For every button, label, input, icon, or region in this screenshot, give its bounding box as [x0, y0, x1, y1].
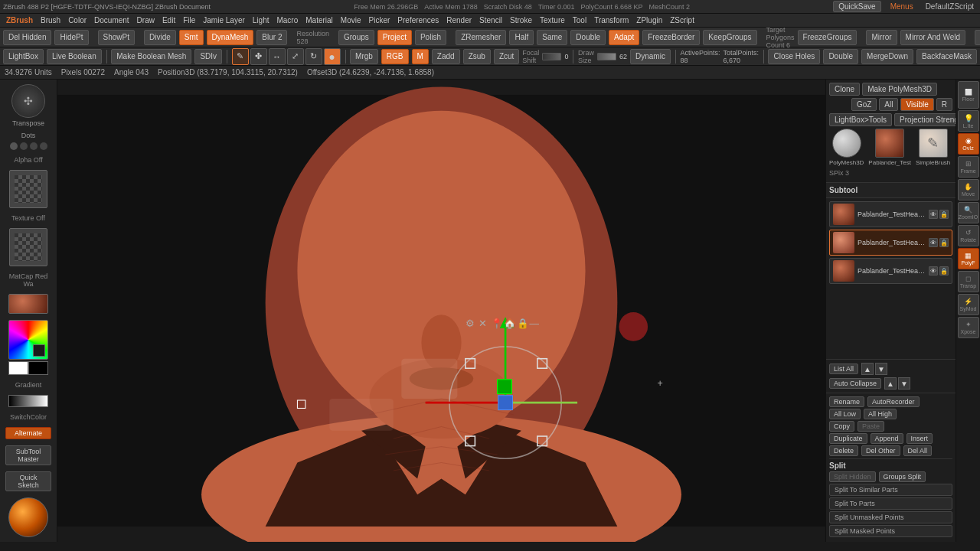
close-holes-btn[interactable]: Close Holes	[768, 49, 820, 64]
sdiv-btn[interactable]: SDIv	[194, 49, 222, 64]
eye-icon-2[interactable]: 👁	[929, 238, 938, 247]
subtool-item-3[interactable]: Pablander_TestHeadModel1 👁 🔒	[829, 258, 952, 284]
menu-edit[interactable]: Edit	[159, 16, 178, 24]
menu-item-defaultzscript[interactable]: DefaultZScript	[923, 2, 977, 11]
polyf-btn[interactable]: ▦ PolyF	[958, 248, 979, 269]
transp-btn[interactable]: ◻ Transp	[958, 271, 979, 292]
pablander-preview[interactable]: Pablander_Test	[868, 129, 911, 166]
double-btn[interactable]: Double	[570, 30, 606, 45]
menu-file[interactable]: File	[180, 16, 198, 24]
split-parts-btn[interactable]: Split To Parts	[829, 497, 952, 510]
symod-btn[interactable]: ⚡ SyMod	[958, 294, 979, 315]
lite-btn[interactable]: 💡 L.Ite	[958, 110, 979, 132]
edit-icon[interactable]: ✎	[232, 48, 249, 65]
simple-brush-preview[interactable]: ✎ SimpleBrush	[916, 129, 950, 166]
black-swatch[interactable]	[28, 361, 48, 375]
groups-split-btn[interactable]: Groups Split	[879, 471, 926, 482]
menu-material[interactable]: Material	[302, 16, 336, 24]
dynamic-btn[interactable]: Dynamic	[630, 49, 671, 64]
white-swatch[interactable]	[8, 361, 28, 375]
divide-btn[interactable]: Divide	[144, 30, 176, 45]
lightbox-tools-btn[interactable]: LightBox>Tools	[829, 113, 892, 126]
live-boolean-btn[interactable]: Live Boolean	[47, 49, 102, 64]
subtool-item-1[interactable]: Pablander_TestHeadModel 👁 🔒	[829, 201, 952, 227]
duplicate-btn[interactable]: Duplicate	[829, 433, 867, 444]
alternate-btn[interactable]: Alternate	[5, 427, 51, 439]
zsub-btn[interactable]: Zsub	[463, 49, 491, 64]
lightbox-btn[interactable]: LightBox	[3, 49, 44, 64]
keep-groups-btn[interactable]: KeepGroups	[703, 30, 756, 45]
freeze-groups-btn[interactable]: FreezeGroups	[798, 30, 858, 45]
eye-icon-3[interactable]: 👁	[929, 266, 938, 276]
draw-size-slider[interactable]	[597, 53, 616, 60]
mrgb-btn[interactable]: Mrgb	[350, 49, 378, 64]
smt-btn[interactable]: Smt	[179, 30, 204, 45]
list-dn-btn[interactable]: ▼	[875, 363, 887, 375]
merge-down-btn[interactable]: MergeDown	[861, 49, 913, 64]
split-unmasked-btn[interactable]: Split Unmasked Points	[829, 511, 952, 523]
menu-render[interactable]: Render	[443, 16, 475, 24]
lock-icon-3[interactable]: 🔒	[939, 266, 949, 276]
zoomio-btn[interactable]: 🔍 ZoomIO	[958, 202, 979, 223]
visible-btn[interactable]: Visible	[900, 98, 933, 111]
blur-btn[interactable]: Blur 2	[256, 30, 287, 45]
mirror-btn[interactable]: Mirror	[866, 30, 897, 45]
texture-preview[interactable]	[9, 228, 47, 266]
split-masked-btn[interactable]: Split Masked Points	[829, 525, 952, 537]
m-btn[interactable]: M	[412, 49, 429, 64]
menu-document[interactable]: Document	[91, 16, 132, 24]
paste-btn[interactable]: Paste	[858, 421, 884, 432]
move-view-btn[interactable]: ✋ Move	[958, 179, 979, 201]
menu-macro[interactable]: Macro	[273, 16, 301, 24]
backface-mask-btn[interactable]: BackfaceMask	[916, 49, 977, 64]
lock-icon-1[interactable]: 🔒	[939, 210, 949, 219]
del-all-btn[interactable]: Del All	[903, 445, 933, 456]
clone-btn[interactable]: Clone	[829, 83, 860, 96]
auto-recorder-btn[interactable]: AutoRecorder	[867, 396, 920, 407]
hide-pt-btn[interactable]: HidePt	[54, 30, 88, 45]
polymesh-preview[interactable]: PolyMesh3D	[829, 129, 864, 166]
menu-light[interactable]: Light	[250, 16, 273, 24]
menu-movie[interactable]: Movie	[338, 16, 364, 24]
menu-stencil[interactable]: Stencil	[476, 16, 505, 24]
auto-groups-btn[interactable]: Auto Groups	[975, 30, 980, 45]
r-btn[interactable]: R	[936, 98, 952, 111]
draw-icon[interactable]: ✤	[250, 48, 267, 65]
xpose-btn[interactable]: ✦ Xpose	[958, 317, 979, 338]
menu-transform[interactable]: Transform	[591, 16, 632, 24]
zcut-btn[interactable]: Zcut	[494, 49, 519, 64]
groups-btn[interactable]: Groups	[338, 30, 374, 45]
auto-collapse-btn[interactable]: Auto Collapse	[829, 378, 881, 389]
rgb-btn2[interactable]: RGB	[381, 49, 409, 64]
all-high-btn[interactable]: All High	[864, 409, 897, 419]
all-btn[interactable]: All	[879, 98, 898, 111]
del-hidden-btn[interactable]: Del Hidden	[3, 30, 51, 45]
focal-shift-slider[interactable]	[542, 53, 561, 60]
menu-zbrush[interactable]: ZBrush	[3, 16, 36, 24]
eye-icon-1[interactable]: 👁	[929, 210, 938, 219]
make-boolean-btn[interactable]: Make Boolean Mesh	[111, 49, 191, 64]
split-hidden-btn[interactable]: Split Hidden	[829, 471, 876, 482]
show-pt-btn[interactable]: ShowPt	[98, 30, 135, 45]
all-low-btn[interactable]: All Low	[829, 409, 861, 419]
bottom-sphere[interactable]	[8, 497, 48, 537]
menu-draw[interactable]: Draw	[134, 16, 158, 24]
rotate-icon[interactable]: ↻	[305, 48, 322, 65]
menu-color[interactable]: Color	[65, 16, 90, 24]
copy-btn[interactable]: Copy	[829, 421, 854, 432]
frame-btn[interactable]: ⊞ Frame	[958, 156, 979, 178]
insert-btn[interactable]: Insert	[906, 433, 933, 444]
rename-btn[interactable]: Rename	[829, 396, 864, 407]
matcap-preview[interactable]	[8, 294, 48, 314]
projection-strength-btn[interactable]: Projection Strength	[894, 113, 956, 126]
menu-texture[interactable]: Texture	[537, 16, 568, 24]
double-mesh-btn[interactable]: Double	[823, 49, 858, 64]
collapse-up-btn[interactable]: ▲	[884, 377, 897, 390]
mirror-weld-btn[interactable]: Mirror And Weld	[900, 30, 966, 45]
delete-btn[interactable]: Delete	[829, 445, 858, 456]
menu-zscript[interactable]: ZScript	[667, 16, 697, 24]
menu-brush[interactable]: Brush	[38, 16, 64, 24]
quicksave-button[interactable]: QuickSave	[833, 1, 880, 12]
floor-btn[interactable]: ⬜ Floor	[958, 81, 979, 109]
rotate-view-btn[interactable]: ↺ Rotate	[958, 225, 979, 246]
